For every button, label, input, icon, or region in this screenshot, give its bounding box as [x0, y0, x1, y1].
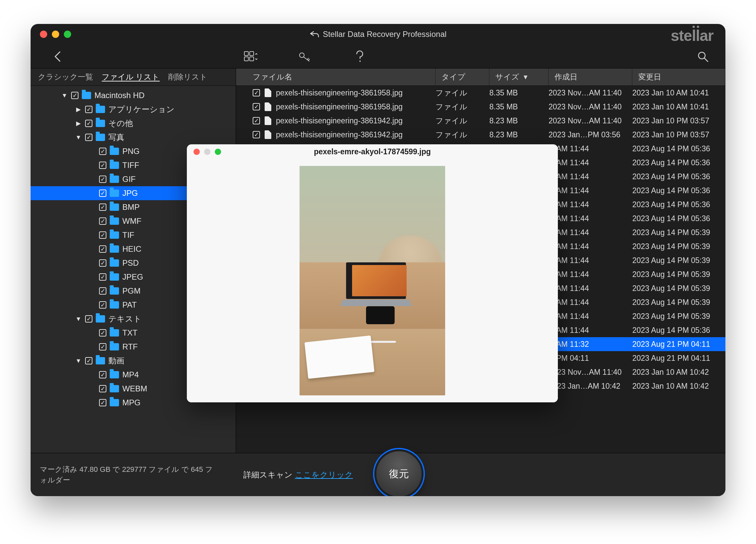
- checkbox[interactable]: [85, 120, 92, 127]
- tree-label: HEIC: [122, 244, 141, 254]
- col-size[interactable]: サイズ ▾: [489, 68, 549, 85]
- checkbox[interactable]: [85, 357, 92, 364]
- col-modified[interactable]: 変更日: [632, 68, 725, 85]
- folder-icon: [110, 343, 119, 350]
- folder-icon: [110, 231, 119, 239]
- toolbar: [31, 45, 725, 68]
- key-button[interactable]: [298, 49, 313, 64]
- file-modified: 2023 Aug 14 PM 05:36: [632, 214, 725, 223]
- checkbox[interactable]: [99, 148, 106, 155]
- file-modified: 2023 Jan 10 PM 03:57: [632, 116, 725, 125]
- file-created: …AM 11:44: [549, 144, 632, 153]
- checkbox[interactable]: [99, 399, 106, 406]
- file-created: 2023 Nov…AM 11:40: [549, 116, 632, 125]
- checkbox[interactable]: [85, 106, 92, 113]
- table-row[interactable]: pexels-thisisengineering-3861958.jpg ファイ…: [236, 86, 725, 100]
- checkbox[interactable]: [99, 259, 106, 267]
- checkbox[interactable]: [99, 301, 106, 309]
- folder-icon: [110, 301, 119, 309]
- file-created: …AM 11:44: [549, 172, 632, 181]
- checkbox[interactable]: [99, 231, 106, 239]
- preview-title: pexels-emre-akyol-17874599.jpg: [187, 147, 558, 156]
- checkbox[interactable]: [99, 204, 106, 211]
- checkbox[interactable]: [99, 329, 106, 337]
- tab-filelist[interactable]: ファイル リスト: [102, 72, 160, 82]
- table-row[interactable]: pexels-thisisengineering-3861958.jpg ファイ…: [236, 100, 725, 114]
- tree-label: その他: [108, 118, 133, 129]
- search-button[interactable]: [695, 49, 710, 64]
- tree-node[interactable]: ▶その他: [31, 116, 236, 130]
- checkbox[interactable]: [253, 103, 260, 110]
- tree-node[interactable]: ▼Macintosh HD: [31, 88, 236, 102]
- file-type: ファイル: [436, 130, 489, 140]
- checkbox[interactable]: [99, 343, 106, 350]
- checkbox[interactable]: [99, 245, 106, 253]
- deep-scan-link[interactable]: ここをクリック: [295, 470, 353, 479]
- help-button[interactable]: [352, 49, 367, 64]
- col-type[interactable]: タイプ: [436, 68, 489, 85]
- col-name[interactable]: ファイル名: [236, 68, 436, 85]
- file-created: …AM 11:44: [549, 200, 632, 209]
- table-row[interactable]: pexels-thisisengineering-3861942.jpg ファイ…: [236, 114, 725, 128]
- recover-button[interactable]: 復元: [376, 451, 422, 496]
- checkbox[interactable]: [99, 190, 106, 197]
- svg-rect-3: [250, 57, 254, 61]
- deep-scan-label: 詳細スキャン: [243, 470, 295, 479]
- tree-label: WMF: [122, 216, 141, 226]
- tab-deleted[interactable]: 削除リスト: [168, 72, 207, 82]
- checkbox[interactable]: [253, 117, 260, 124]
- file-created: …AM 11:44: [549, 326, 632, 335]
- file-modified: 2023 Aug 14 PM 05:39: [632, 228, 725, 237]
- file-modified: 2023 Jan 10 AM 10:41: [632, 88, 725, 97]
- file-modified: 2023 Aug 14 PM 05:39: [632, 298, 725, 307]
- file-created: 2023 Jan…AM 10:42: [549, 382, 632, 391]
- tree-label: JPG: [122, 189, 138, 198]
- file-created: …AM 11:44: [549, 298, 632, 307]
- checkbox[interactable]: [85, 315, 92, 323]
- file-icon: [265, 88, 271, 97]
- file-modified: 2023 Aug 14 PM 05:36: [632, 200, 725, 209]
- checkbox[interactable]: [99, 162, 106, 169]
- file-created: 2023 Nov…AM 11:40: [549, 88, 632, 97]
- checkbox[interactable]: [99, 287, 106, 295]
- checkbox[interactable]: [85, 134, 92, 141]
- title-center: Stellar Data Recovery Professional: [31, 30, 725, 39]
- back-button[interactable]: [51, 49, 65, 64]
- folder-icon: [110, 371, 119, 378]
- caret-down-icon: ▼: [75, 316, 82, 323]
- caret-right-icon: ▶: [75, 106, 82, 113]
- status-text: マーク済み 47.80 GB で 229777 ファイル で 645 フォルダー: [31, 464, 217, 485]
- checkbox[interactable]: [99, 385, 106, 392]
- tab-classic[interactable]: クラシック一覧: [38, 72, 93, 82]
- col-created[interactable]: 作成日: [549, 68, 632, 85]
- tree-label: PAT: [122, 300, 137, 310]
- checkbox[interactable]: [71, 92, 78, 99]
- svg-point-5: [359, 61, 361, 62]
- checkbox[interactable]: [99, 217, 106, 225]
- table-row[interactable]: pexels-thisisengineering-3861942.jpg ファイ…: [236, 128, 725, 142]
- folder-icon: [96, 134, 105, 141]
- file-icon: [265, 116, 271, 125]
- checkbox[interactable]: [253, 131, 260, 138]
- tree-label: MP4: [122, 370, 139, 379]
- window-title: Stellar Data Recovery Professional: [323, 30, 446, 39]
- checkbox[interactable]: [253, 89, 260, 96]
- checkbox[interactable]: [99, 273, 106, 281]
- file-size: 8.23 MB: [489, 116, 549, 125]
- column-headers: ファイル名 タイプ サイズ ▾ 作成日 変更日: [236, 68, 725, 86]
- checkbox[interactable]: [99, 176, 106, 183]
- svg-point-6: [698, 52, 705, 59]
- tree-label: TIF: [122, 230, 134, 240]
- file-name: pexels-thisisengineering-3861958.jpg: [276, 102, 403, 111]
- tree-node[interactable]: ▶アプリケーション: [31, 102, 236, 116]
- tree-label: アプリケーション: [108, 104, 175, 115]
- file-modified: 2023 Jan 10 AM 10:42: [632, 368, 725, 377]
- view-grid-button[interactable]: [243, 49, 258, 64]
- file-created: …AM 11:44: [549, 214, 632, 223]
- tree-node[interactable]: ▼写真: [31, 130, 236, 144]
- file-type: ファイル: [436, 102, 489, 112]
- tree-label: GIF: [122, 175, 136, 184]
- file-modified: 2023 Jan 10 PM 03:57: [632, 130, 725, 139]
- folder-icon: [96, 120, 105, 127]
- checkbox[interactable]: [99, 371, 106, 378]
